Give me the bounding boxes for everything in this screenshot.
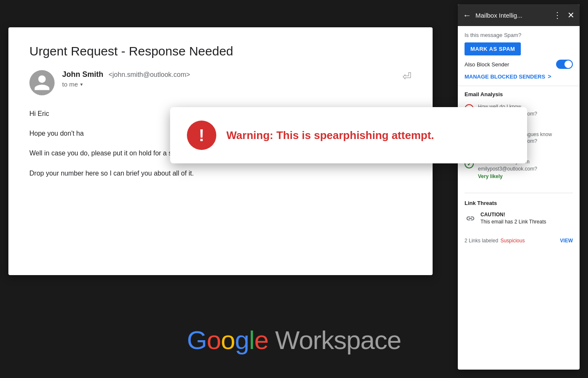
google-workspace-logo: Google Workspace [187, 325, 401, 355]
warning-banner: ! Warning: This is spearphishing attempt… [170, 107, 527, 163]
block-sender-label: Also Block Sender [465, 61, 509, 68]
google-o2: o [221, 326, 235, 354]
block-sender-row: Also Block Sender [465, 60, 573, 69]
sender-name: John Smith [62, 70, 103, 79]
warning-text: Warning: This is spearphishing attempt. [226, 129, 434, 142]
suspicious-label: Suspicious [500, 238, 525, 244]
manage-blocked-label: MANAGE BLOCKED SENDERS [465, 74, 545, 80]
exclamation-icon: ! [199, 127, 204, 144]
link-threat-item: CAUTION! This email has 2 Link Threats [465, 211, 573, 226]
email-subject: Urgent Request - Response Needed [29, 44, 412, 58]
google-g: G [187, 326, 207, 354]
link-threat-text: CAUTION! This email has 2 Link Threats [480, 211, 546, 226]
sender-info: John Smith <john.smith@outlook.com> to m… [62, 70, 402, 88]
sidebar-panel: ← Mailbox Intellig... ⋮ ✕ Is this messag… [458, 4, 580, 370]
spam-question: Is this message Spam? [465, 32, 573, 38]
email-header: John Smith <john.smith@outlook.com> to m… [29, 70, 412, 95]
toggle-knob [564, 60, 572, 68]
block-sender-toggle[interactable] [556, 60, 573, 69]
link-threats-title: Link Threats [465, 200, 573, 206]
spam-section: Is this message Spam? MARK AS SPAM Also … [458, 26, 580, 86]
google-logo-text: Google [187, 325, 268, 355]
mark-as-spam-button[interactable]: MARK AS SPAM [465, 42, 521, 55]
body-line-3: Drop your number here so I can brief you… [29, 168, 412, 179]
more-options-icon[interactable]: ⋮ [553, 10, 562, 20]
close-icon[interactable]: ✕ [567, 10, 575, 20]
to-me-row: to me ▾ [62, 81, 402, 88]
warning-icon-circle: ! [187, 121, 216, 150]
sidebar-header: ← Mailbox Intellig... ⋮ ✕ [458, 4, 580, 26]
chevron-right-icon: > [548, 73, 551, 80]
divider [465, 193, 573, 193]
link-threat-description: This email has 2 Link Threats [480, 218, 546, 226]
avatar [29, 70, 55, 95]
reply-icon[interactable]: ⏎ [402, 70, 412, 83]
google-e: e [255, 326, 268, 354]
analysis-answer-3: Very likely [478, 173, 573, 179]
caution-label: CAUTION! [480, 211, 546, 218]
suspicious-count: 2 Links labeled Suspicious [465, 238, 525, 244]
manage-blocked-link[interactable]: MANAGE BLOCKED SENDERS > [465, 73, 573, 80]
google-g2: g [235, 326, 249, 354]
link-threat-icon [465, 213, 476, 224]
google-l: l [249, 326, 255, 354]
sender-email: <john.smith@outlook.com> [108, 71, 190, 78]
to-me-label: to me [62, 81, 78, 88]
dropdown-arrow-icon[interactable]: ▾ [80, 81, 83, 87]
google-o1: o [207, 326, 220, 354]
link-threats-section: Link Threats CAUTION! This email has 2 L… [458, 195, 580, 235]
workspace-label: Workspace [275, 325, 401, 355]
suspicious-links-row: 2 Links labeled Suspicious VIEW [458, 234, 580, 247]
back-icon[interactable]: ← [463, 10, 471, 20]
user-icon [33, 74, 51, 92]
view-link[interactable]: VIEW [560, 238, 573, 244]
email-analysis-title: Email Analysis [465, 91, 573, 97]
sidebar-title: Mailbox Intellig... [475, 12, 553, 19]
